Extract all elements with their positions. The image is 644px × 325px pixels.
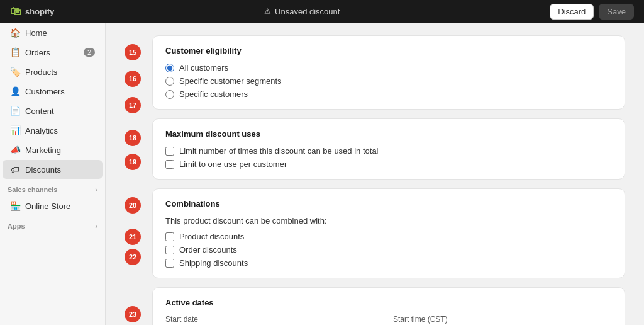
check-shipping-discounts-label: Shipping discounts [179, 258, 248, 268]
combinations-title: Combinations [165, 199, 612, 208]
radio-specific-customers: Specific customers [165, 89, 612, 99]
topbar: 🛍 shopify ⚠ Unsaved discount Discard Sav… [0, 0, 644, 23]
active-dates-title: Active dates [165, 298, 612, 307]
main-content: 15 16 17 Customer eligibility All custom… [106, 23, 644, 325]
start-date-label: Start date [165, 315, 384, 324]
shopify-bag-icon: 🛍 [10, 5, 21, 18]
sidebar-item-marketing-label: Marketing [25, 145, 61, 155]
maximum-discount-title: Maximum discount uses [165, 129, 612, 139]
sidebar-item-marketing[interactable]: 📣 Marketing [3, 140, 103, 159]
step-15-bubble: 15 [125, 44, 141, 60]
save-button[interactable]: Save [599, 4, 634, 20]
check-product-discounts-label: Product discounts [179, 232, 244, 241]
sales-channels-label: Sales channels [8, 186, 58, 193]
active-dates-card: Active dates Start date 📅 2023-12-15 Sta… [152, 287, 625, 325]
sidebar-item-home-label: Home [25, 28, 47, 38]
discard-button[interactable]: Discard [550, 4, 594, 20]
sidebar-item-orders-label: Orders [25, 48, 50, 57]
check-limit-total-input[interactable] [165, 147, 174, 156]
step-18-bubble: 18 [125, 130, 141, 146]
brand-logo: 🛍 shopify [10, 5, 54, 18]
step-19-bubble: 19 [125, 154, 141, 170]
radio-specific-segments: Specific customer segments [165, 76, 612, 86]
sales-channels-arrow-icon[interactable]: › [95, 186, 97, 193]
step-16-bubble: 16 [125, 71, 141, 87]
check-limit-per-customer-label: Limit to one use per customer [179, 159, 287, 169]
radio-all-customers-input[interactable] [165, 64, 174, 72]
brand-name: shopify [25, 7, 54, 16]
combinations-description: This product discount can be combined wi… [165, 216, 612, 225]
maximum-discount-card: Maximum discount uses Limit number of ti… [152, 118, 625, 180]
check-product-discounts: Product discounts [165, 232, 612, 241]
check-limit-per-customer: Limit to one use per customer [165, 159, 612, 169]
sidebar-nav: 🏠 Home 📋 Orders 2 🏷️ Products 👤 Customer… [0, 23, 105, 179]
sidebar-item-online-store-label: Online Store [25, 202, 70, 211]
radio-all-customers-label: All customers [179, 63, 228, 72]
sidebar-item-customers-label: Customers [25, 87, 65, 96]
check-limit-total: Limit number of times this discount can … [165, 146, 612, 156]
radio-specific-customers-input[interactable] [165, 90, 174, 99]
marketing-icon: 📣 [10, 145, 20, 155]
sidebar-item-content-label: Content [25, 106, 54, 116]
orders-icon: 📋 [10, 47, 20, 57]
sidebar-item-online-store[interactable]: 🏪 Online Store [3, 197, 103, 215]
customers-icon: 👤 [10, 86, 20, 96]
step-23-bubble: 23 [125, 306, 141, 322]
sidebar-item-analytics-label: Analytics [25, 126, 58, 135]
apps-section: Apps › [0, 216, 105, 232]
page-title-area: ⚠ Unsaved discount [264, 7, 340, 16]
radio-all-customers: All customers [165, 63, 612, 72]
start-time-field: Start time (CST) 🕐 6:05 PM [393, 315, 612, 325]
discounts-icon: 🏷 [10, 164, 20, 174]
step-20-bubble: 20 [125, 197, 141, 214]
sidebar-item-products[interactable]: 🏷️ Products [3, 62, 103, 81]
sidebar-item-customers[interactable]: 👤 Customers [3, 82, 103, 101]
apps-label: Apps [8, 222, 25, 230]
check-product-discounts-input[interactable] [165, 232, 174, 241]
check-limit-total-label: Limit number of times this discount can … [179, 146, 379, 156]
online-store-icon: 🏪 [10, 201, 20, 211]
radio-specific-customers-label: Specific customers [179, 89, 248, 99]
sidebar-item-analytics[interactable]: 📊 Analytics [3, 121, 103, 140]
content-icon: 📄 [10, 106, 20, 116]
sidebar: 🏠 Home 📋 Orders 2 🏷️ Products 👤 Customer… [0, 0, 106, 325]
check-shipping-discounts-input[interactable] [165, 259, 174, 268]
sidebar-item-home[interactable]: 🏠 Home [3, 23, 103, 42]
start-date-field: Start date 📅 2023-12-15 [165, 315, 384, 325]
sidebar-item-products-label: Products [25, 67, 57, 77]
step-17-bubble: 17 [125, 97, 141, 113]
orders-badge: 2 [84, 48, 95, 57]
sidebar-item-discounts-label: Discounts [25, 165, 61, 174]
step-21-bubble: 21 [125, 229, 141, 245]
combinations-card: Combinations This product discount can b… [152, 188, 625, 278]
customer-eligibility-title: Customer eligibility [165, 46, 612, 55]
radio-specific-segments-label: Specific customer segments [179, 76, 282, 86]
sidebar-item-orders[interactable]: 📋 Orders 2 [3, 43, 103, 62]
warning-icon: ⚠ [264, 7, 271, 16]
sidebar-item-discounts[interactable]: 🏷 Discounts [3, 160, 103, 179]
check-order-discounts-input[interactable] [165, 246, 174, 254]
analytics-icon: 📊 [10, 125, 20, 135]
check-shipping-discounts: Shipping discounts [165, 258, 612, 268]
customer-eligibility-card: Customer eligibility All customers Speci… [152, 35, 625, 110]
page-title: Unsaved discount [275, 7, 340, 16]
sales-channels-section: Sales channels › [0, 180, 105, 196]
home-icon: 🏠 [10, 28, 20, 38]
start-time-label: Start time (CST) [393, 315, 612, 324]
check-order-discounts: Order discounts [165, 245, 612, 254]
check-order-discounts-label: Order discounts [179, 245, 237, 254]
date-row: Start date 📅 2023-12-15 Start time (CST)… [165, 315, 612, 325]
apps-arrow-icon[interactable]: › [95, 222, 97, 230]
products-icon: 🏷️ [10, 67, 20, 77]
sidebar-item-content[interactable]: 📄 Content [3, 101, 103, 120]
topbar-actions: Discard Save [550, 4, 634, 20]
step-22-bubble: 22 [125, 249, 141, 265]
check-limit-per-customer-input[interactable] [165, 160, 174, 169]
radio-specific-segments-input[interactable] [165, 77, 174, 86]
